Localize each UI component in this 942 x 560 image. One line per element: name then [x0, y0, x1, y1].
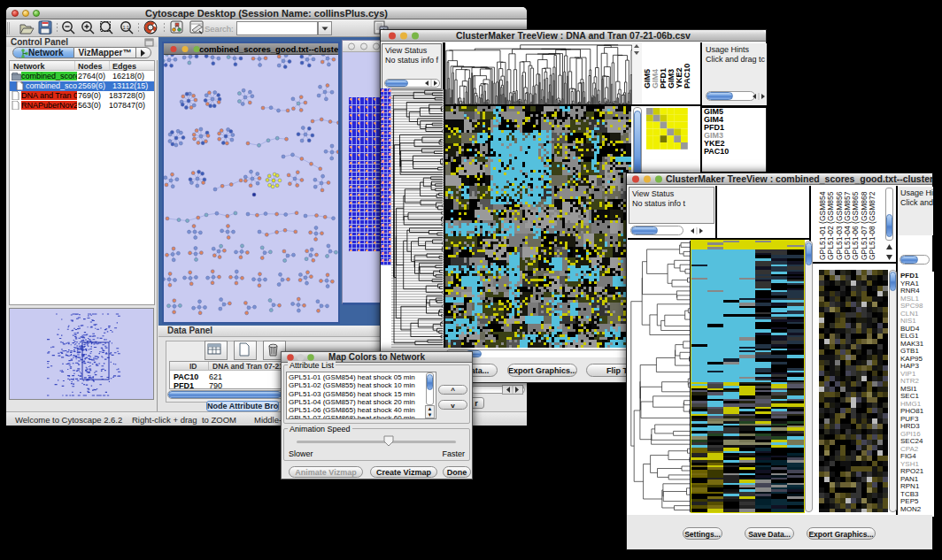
svg-text:1:1: 1:1	[123, 25, 130, 30]
svg-text:PAC10: PAC10	[683, 64, 691, 88]
svg-text:GPL51-08 (GSM872: GPL51-08 (GSM872	[868, 191, 876, 260]
